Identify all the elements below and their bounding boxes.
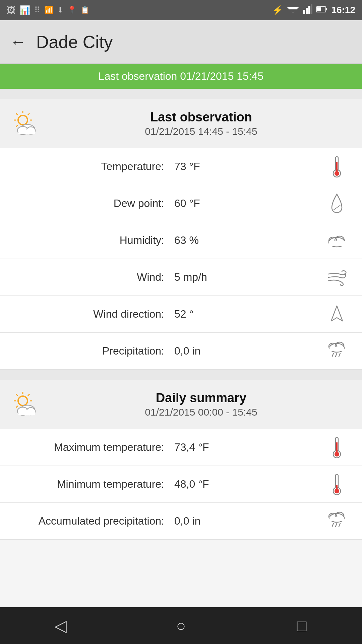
dewpoint-row: Dew point: 60 °F bbox=[0, 185, 362, 222]
svg-rect-5 bbox=[311, 4, 312, 14]
daily-summary-title-group: Daily summary 01/21/2015 00:00 - 15:45 bbox=[50, 391, 352, 418]
svg-rect-51 bbox=[18, 410, 35, 415]
rain-icon-2 bbox=[325, 511, 349, 531]
status-bar: 🖼 📊 ⠿ 📶 ⬇ 📍 📋 ⚡ bbox=[0, 0, 362, 20]
main-content: Last observation 01/21/2015 14:45 - 15:4… bbox=[0, 89, 362, 577]
precipitation-label: Precipitation: bbox=[13, 345, 171, 357]
wind-direction-value: 52 ° bbox=[171, 308, 325, 320]
humidity-row: Humidity: 63 % bbox=[0, 222, 362, 259]
nav-back-button[interactable]: ◁ bbox=[40, 612, 80, 639]
wind-row: Wind: 5 mp/h bbox=[0, 259, 362, 296]
thermometer-icon-1 bbox=[325, 155, 349, 178]
sun-cloud-icon-2 bbox=[10, 389, 40, 419]
svg-rect-35 bbox=[329, 347, 344, 351]
status-icons-left: 🖼 📊 ⠿ 📶 ⬇ 📍 📋 bbox=[7, 5, 89, 15]
svg-line-64 bbox=[332, 523, 334, 527]
svg-marker-31 bbox=[331, 306, 343, 321]
accum-precip-value: 0,0 in bbox=[171, 515, 325, 527]
rain-icon-1 bbox=[325, 341, 349, 361]
wind-direction-row: Wind direction: 52 ° bbox=[0, 296, 362, 333]
status-icons-right: ⚡ 16:12 bbox=[272, 4, 355, 16]
sun-cloud-icon-1 bbox=[10, 108, 40, 139]
spacer-1 bbox=[0, 89, 362, 96]
dewpoint-value: 60 °F bbox=[171, 197, 325, 210]
back-button[interactable]: ← bbox=[10, 33, 26, 51]
svg-rect-3 bbox=[306, 8, 308, 14]
svg-marker-1 bbox=[289, 9, 297, 13]
daily-summary-header: Daily summary 01/21/2015 00:00 - 15:45 bbox=[0, 376, 362, 429]
svg-rect-21 bbox=[18, 129, 35, 134]
min-temp-row: Minimum temperature: 48,0 °F bbox=[0, 466, 362, 503]
temperature-value: 73 °F bbox=[171, 160, 325, 173]
svg-line-16 bbox=[28, 113, 29, 115]
accum-precip-label: Accumulated precipitation: bbox=[13, 515, 171, 527]
clipboard-icon: 📋 bbox=[80, 6, 89, 14]
humidity-label: Humidity: bbox=[13, 234, 171, 247]
svg-line-14 bbox=[16, 113, 18, 115]
svg-line-66 bbox=[339, 523, 340, 527]
svg-point-55 bbox=[335, 452, 339, 457]
nav-recent-button[interactable]: □ bbox=[282, 612, 322, 639]
svg-line-17 bbox=[16, 125, 18, 127]
pin-icon: 📍 bbox=[67, 6, 76, 14]
banner-text: Last observation 01/21/2015 15:45 bbox=[99, 70, 264, 83]
svg-rect-24 bbox=[336, 162, 338, 172]
spacer-2 bbox=[0, 370, 362, 376]
svg-line-44 bbox=[16, 394, 18, 396]
svg-rect-63 bbox=[329, 517, 344, 521]
temperature-row: Temperature: 73 °F bbox=[0, 148, 362, 185]
signal-icon bbox=[303, 4, 312, 16]
last-observation-title: Last observation bbox=[150, 110, 252, 124]
svg-point-59 bbox=[335, 489, 339, 493]
page-title: Dade City bbox=[36, 32, 113, 52]
svg-line-65 bbox=[336, 523, 337, 527]
svg-point-25 bbox=[335, 171, 339, 176]
bluetooth-icon: ⚡ bbox=[272, 5, 283, 15]
thermometer-icon-3 bbox=[325, 473, 349, 496]
svg-rect-8 bbox=[317, 7, 321, 11]
svg-line-38 bbox=[339, 353, 340, 357]
humidity-value: 63 % bbox=[171, 234, 325, 247]
min-temp-label: Minimum temperature: bbox=[13, 478, 171, 490]
bottom-nav: ◁ ○ □ bbox=[0, 607, 362, 644]
svg-line-36 bbox=[332, 353, 334, 357]
wind-icon bbox=[325, 268, 349, 286]
wind-value: 5 mp/h bbox=[171, 271, 325, 283]
thermometer-icon-2 bbox=[325, 436, 349, 459]
svg-rect-30 bbox=[329, 241, 345, 246]
dewpoint-label: Dew point: bbox=[13, 197, 171, 210]
wind-direction-icon bbox=[325, 304, 349, 324]
wind-label: Wind: bbox=[13, 271, 171, 283]
max-temp-label: Maximum temperature: bbox=[13, 441, 171, 453]
download-icon: ⬇ bbox=[57, 6, 63, 14]
dewpoint-icon bbox=[325, 193, 349, 214]
observation-banner: Last observation 01/21/2015 15:45 bbox=[0, 64, 362, 89]
precipitation-row: Precipitation: 0,0 in bbox=[0, 333, 362, 370]
cloud-icon-1 bbox=[325, 233, 349, 248]
last-observation-subtitle: 01/21/2015 14:45 - 15:45 bbox=[145, 126, 257, 137]
last-observation-title-group: Last observation 01/21/2015 14:45 - 15:4… bbox=[50, 110, 352, 137]
daily-summary-title: Daily summary bbox=[156, 391, 246, 405]
nav-home-button[interactable]: ○ bbox=[161, 612, 201, 639]
svg-line-47 bbox=[16, 406, 18, 408]
svg-rect-2 bbox=[303, 10, 305, 14]
svg-line-46 bbox=[28, 394, 29, 396]
temperature-label: Temperature: bbox=[13, 160, 171, 173]
svg-rect-58 bbox=[336, 485, 338, 489]
wifi-icon: 📶 bbox=[44, 6, 53, 14]
daily-summary-subtitle: 01/21/2015 00:00 - 15:45 bbox=[145, 407, 257, 418]
accum-precip-row: Accumulated precipitation: 0,0 in bbox=[0, 503, 362, 540]
svg-rect-54 bbox=[336, 442, 338, 452]
min-temp-value: 48,0 °F bbox=[171, 478, 325, 490]
photo-icon: 🖼 bbox=[7, 5, 15, 15]
svg-line-37 bbox=[336, 353, 337, 357]
svg-rect-7 bbox=[326, 8, 327, 10]
wind-direction-label: Wind direction: bbox=[13, 308, 171, 320]
svg-point-39 bbox=[18, 396, 27, 406]
max-temp-row: Maximum temperature: 73,4 °F bbox=[0, 429, 362, 466]
bar-chart-icon: 📊 bbox=[19, 5, 30, 15]
wifi-strength-icon bbox=[287, 4, 299, 16]
svg-point-9 bbox=[18, 115, 27, 125]
precipitation-value: 0,0 in bbox=[171, 345, 325, 357]
last-observation-header: Last observation 01/21/2015 14:45 - 15:4… bbox=[0, 96, 362, 148]
